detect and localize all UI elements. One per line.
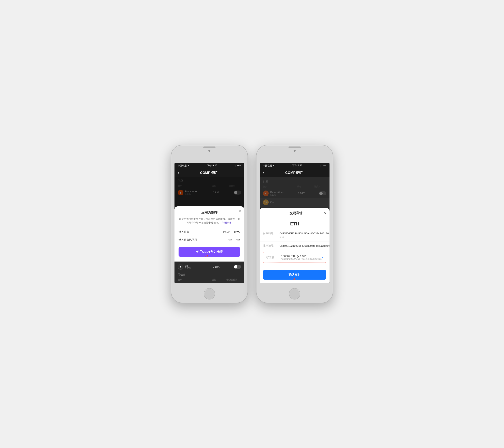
borrow-limit-label: 借入限额 <box>179 230 189 234</box>
tx-close-btn[interactable]: × <box>324 211 326 215</box>
borrow-table-header: 资产 钱包 借贷百分比 <box>175 277 244 282</box>
dai-row-2: DAI Dai <box>260 198 329 207</box>
status-left-1: 中国联通 ▲ <box>178 164 190 167</box>
zrx-rate: 0.08% <box>185 267 191 269</box>
wifi-icon-1: ▲ <box>187 164 190 167</box>
header-title-1: COMP挖矿 <box>200 170 217 175</box>
zrx-icon: ✦ <box>178 264 183 270</box>
zrx-details: 0x 0.08% <box>185 264 191 269</box>
dimmed-content-2: 供应 资产 钱包 借反对 ▲ Basic Atten... 0.13% <box>260 177 329 207</box>
payment-wallet-value: 0x5f1f5d6EfbB4508b50Ad86C324B06190b71Fe7… <box>280 232 329 239</box>
recipient-value: 0x3d9819210a31b4961b30ef54be2aed79b9c9cd… <box>280 244 329 248</box>
phone-screen-1: 中国联通 ▲ 下午 9:25 ⊙ 38% ‹ COMP挖矿 ··· <box>175 163 244 283</box>
app-header-2: ‹ COMP挖矿 ··· <box>260 168 329 177</box>
battery-icon-2: ⊙ <box>320 164 321 167</box>
borrow-label-1: 可借出 <box>175 271 244 277</box>
status-bar-1: 中国联通 ▲ 下午 9:25 ⊙ 38% <box>175 163 244 168</box>
home-button-2[interactable] <box>289 288 300 300</box>
zrx-toggle[interactable] <box>234 265 241 269</box>
app-header-1: ‹ COMP挖矿 ··· <box>175 168 244 177</box>
borrow-used-value: 0% → 0% <box>229 238 240 242</box>
time-2: 下午 9:25 <box>292 164 303 167</box>
collateral-modal: × 启用为抵押 每个用作抵押的资产都会增加您的借贷限额。请注意，这可能会使资产在… <box>175 206 244 262</box>
payment-wallet-label: 付款钱包 <box>263 232 277 239</box>
header-title-2: COMP挖矿 <box>285 170 303 175</box>
tx-header: 交易详情 × <box>260 208 329 218</box>
fee-row[interactable]: 矿工费 0.00087 ETH (¥ 1.371) =Gas(142020)*G… <box>263 252 326 263</box>
learn-more-link[interactable]: 学到更多. <box>222 221 232 224</box>
modal-desc-1: 每个用作抵押的资产都会增加您的借贷限额。请注意，这可能会使资产在清算中被扣押。 … <box>179 217 240 225</box>
back-button-2[interactable]: ‹ <box>263 170 264 175</box>
battery-icon-1: ⊙ <box>234 164 236 167</box>
status-bar-2: 中国联通 ▲ 下午 9:25 ⊙ 38% <box>260 163 329 168</box>
phone-2: 中国联通 ▲ 下午 9:25 ⊙ 38% ‹ COMP挖矿 ··· <box>256 145 333 303</box>
home-button-1[interactable] <box>204 288 215 300</box>
carrier-2: 中国联通 <box>263 164 272 167</box>
back-button-1[interactable]: ‹ <box>178 170 179 175</box>
bat-row-2: ▲ Basic Atten... 0.13% 0 BAT <box>260 189 329 198</box>
battery-level-2: 38% <box>322 164 326 167</box>
phones-container: 中国联通 ▲ 下午 9:25 ⊙ 38% ‹ COMP挖矿 ··· <box>171 145 333 303</box>
tx-modal: 交易详情 × ETH 付款钱包 0x5f1f5d6EfbB4508b50Ad86… <box>260 208 329 283</box>
borrow-limit-row: 借入限额 $0.00 → $0.00 <box>179 228 240 236</box>
recipient-row: 收款地址 0x3d9819210a31b4961b30ef54be2aed79b… <box>260 241 329 251</box>
modal-overlay-1: × 启用为抵押 每个用作抵押的资产都会增加您的借贷限额。请注意，这可能会使资产在… <box>175 177 244 262</box>
dai-icon: DAI <box>263 199 269 205</box>
bat-icon-2: ▲ <box>263 191 269 196</box>
zrx-toggle-thumb <box>234 265 237 269</box>
table-header-2: 资产 钱包 借反对 <box>260 184 329 189</box>
menu-button-2[interactable]: ··· <box>323 171 326 175</box>
time-1: 下午 9:25 <box>207 164 217 167</box>
tx-title: 交易详情 <box>268 211 324 215</box>
tx-currency: ETH <box>260 218 329 229</box>
zrx-asset-info: ✦ 0x 0.08% <box>178 264 207 270</box>
modal-close-1[interactable]: × <box>239 209 241 214</box>
collateral-btn[interactable]: 使用USDT作为抵押 <box>179 247 240 257</box>
battery-level-1: 38% <box>237 164 241 167</box>
wifi-icon-2: ▲ <box>272 164 275 167</box>
recipient-label: 收款地址 <box>263 244 277 248</box>
status-right-2: ⊙ 38% <box>320 164 326 167</box>
status-left-2: 中国联通 ▲ <box>263 164 275 167</box>
fee-value: 0.00087 ETH (¥ 1.371) =Gas(142020)*Gas P… <box>281 255 322 260</box>
borrow-limit-value: $0.00 → $0.00 <box>223 230 240 234</box>
bottom-section-1: ✦ 0x 0.08% 0 ZRX 可借 <box>175 262 244 283</box>
confirm-btn-container: 确认支付 ➜ <box>260 264 329 283</box>
zrx-toggle-cell <box>226 265 241 269</box>
modal-title-1: 启用为抵押 <box>179 210 240 215</box>
zrx-row: ✦ 0x 0.08% 0 ZRX <box>175 262 244 271</box>
fee-arrow[interactable]: › <box>322 256 323 259</box>
phone-screen-2: 中国联通 ▲ 下午 9:25 ⊙ 38% ‹ COMP挖矿 ··· <box>260 163 329 283</box>
borrow-used-row: 借入限额已使用 0% → 0% <box>179 236 240 244</box>
payment-wallet-row: 付款钱包 0x5f1f5d6EfbB4508b50Ad86C324B06190b… <box>260 229 329 241</box>
phone-1: 中国联通 ▲ 下午 9:25 ⊙ 38% ‹ COMP挖矿 ··· <box>171 145 248 303</box>
zrx-balance: 0 ZRX <box>207 265 226 268</box>
zrx-name: 0x <box>185 264 191 267</box>
carrier-1: 中国联通 <box>178 164 187 167</box>
status-right-1: ⊙ 38% <box>234 164 241 167</box>
supply-label-2: 供应 <box>260 178 329 184</box>
btn-container-1: 使用USDT作为抵押 ➜ <box>179 244 240 257</box>
borrow-used-label: 借入限额已使用 <box>179 238 197 242</box>
payment-wallet-sub: (ziji) <box>280 235 329 239</box>
fee-label: 矿工费 <box>266 256 281 259</box>
menu-button-1[interactable]: ··· <box>238 171 241 175</box>
